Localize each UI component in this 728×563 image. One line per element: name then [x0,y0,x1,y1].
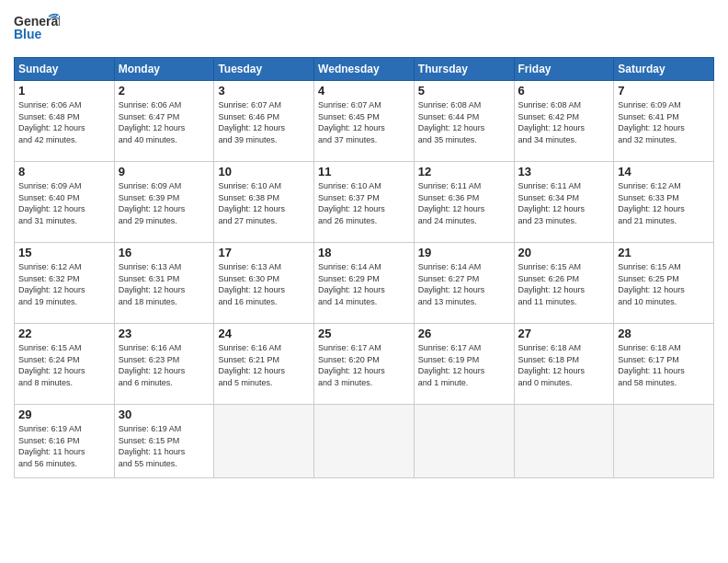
week-row-4: 22Sunrise: 6:15 AMSunset: 6:24 PMDayligh… [15,324,714,405]
weekday-header-saturday: Saturday [614,58,714,81]
calendar-cell: 21Sunrise: 6:15 AMSunset: 6:25 PMDayligh… [614,243,714,324]
day-info: Sunrise: 6:18 AMSunset: 6:18 PMDaylight:… [518,342,610,388]
day-info: Sunrise: 6:09 AMSunset: 6:40 PMDaylight:… [18,180,110,226]
day-number: 29 [18,408,110,421]
day-number: 18 [318,246,410,259]
day-number: 15 [18,246,110,259]
weekday-header-sunday: Sunday [15,58,115,81]
day-number: 7 [618,84,710,98]
day-info: Sunrise: 6:08 AMSunset: 6:42 PMDaylight:… [518,99,610,145]
day-info: Sunrise: 6:13 AMSunset: 6:30 PMDaylight:… [218,261,310,307]
day-number: 26 [418,327,510,340]
calendar-cell: 10Sunrise: 6:10 AMSunset: 6:38 PMDayligh… [214,162,314,243]
day-info: Sunrise: 6:17 AMSunset: 6:19 PMDaylight:… [418,342,510,388]
weekday-header-tuesday: Tuesday [214,58,314,81]
calendar-cell: 27Sunrise: 6:18 AMSunset: 6:18 PMDayligh… [514,324,614,405]
logo-icon: General Blue [14,9,60,50]
calendar-cell: 7Sunrise: 6:09 AMSunset: 6:41 PMDaylight… [614,81,714,162]
calendar-cell: 16Sunrise: 6:13 AMSunset: 6:31 PMDayligh… [114,243,214,324]
day-number: 11 [318,165,410,178]
day-info: Sunrise: 6:15 AMSunset: 6:25 PMDaylight:… [618,261,710,307]
day-info: Sunrise: 6:06 AMSunset: 6:48 PMDaylight:… [18,99,110,145]
calendar-cell: 6Sunrise: 6:08 AMSunset: 6:42 PMDaylight… [514,81,614,162]
calendar-cell: 26Sunrise: 6:17 AMSunset: 6:19 PMDayligh… [414,324,514,405]
day-number: 12 [418,165,510,178]
weekday-header-wednesday: Wednesday [314,58,415,81]
day-number: 8 [18,165,110,178]
day-info: Sunrise: 6:15 AMSunset: 6:26 PMDaylight:… [518,261,610,307]
calendar-cell [314,405,415,478]
week-row-1: 1Sunrise: 6:06 AMSunset: 6:48 PMDaylight… [15,81,714,162]
calendar-cell: 24Sunrise: 6:16 AMSunset: 6:21 PMDayligh… [214,324,314,405]
calendar-cell: 11Sunrise: 6:10 AMSunset: 6:37 PMDayligh… [314,162,415,243]
day-info: Sunrise: 6:11 AMSunset: 6:34 PMDaylight:… [518,180,610,226]
day-number: 4 [318,84,410,98]
day-info: Sunrise: 6:07 AMSunset: 6:45 PMDaylight:… [318,99,410,145]
day-info: Sunrise: 6:10 AMSunset: 6:37 PMDaylight:… [318,180,410,226]
day-number: 25 [318,327,410,340]
day-number: 30 [119,408,210,421]
day-number: 9 [119,165,210,178]
day-info: Sunrise: 6:12 AMSunset: 6:33 PMDaylight:… [618,180,710,226]
day-number: 10 [218,165,310,178]
day-number: 16 [119,246,210,259]
day-info: Sunrise: 6:06 AMSunset: 6:47 PMDaylight:… [119,99,210,145]
calendar-cell: 29Sunrise: 6:19 AMSunset: 6:16 PMDayligh… [15,405,115,478]
day-number: 21 [618,246,710,259]
calendar-cell: 18Sunrise: 6:14 AMSunset: 6:29 PMDayligh… [314,243,415,324]
day-info: Sunrise: 6:19 AMSunset: 6:15 PMDaylight:… [119,423,210,469]
day-number: 6 [518,84,610,98]
week-row-3: 15Sunrise: 6:12 AMSunset: 6:32 PMDayligh… [15,243,714,324]
weekday-header-monday: Monday [114,58,214,81]
calendar-cell: 4Sunrise: 6:07 AMSunset: 6:45 PMDaylight… [314,81,415,162]
logo: General Blue [14,9,60,50]
day-number: 20 [518,246,610,259]
day-number: 23 [119,327,210,340]
day-info: Sunrise: 6:15 AMSunset: 6:24 PMDaylight:… [18,342,110,388]
calendar-cell: 2Sunrise: 6:06 AMSunset: 6:47 PMDaylight… [114,81,214,162]
calendar-table: SundayMondayTuesdayWednesdayThursdayFrid… [14,57,714,478]
day-info: Sunrise: 6:16 AMSunset: 6:23 PMDaylight:… [119,342,210,388]
calendar-cell [514,405,614,478]
calendar-cell: 23Sunrise: 6:16 AMSunset: 6:23 PMDayligh… [114,324,214,405]
day-info: Sunrise: 6:12 AMSunset: 6:32 PMDaylight:… [18,261,110,307]
weekday-header-thursday: Thursday [414,58,514,81]
day-number: 5 [418,84,510,98]
calendar-cell [214,405,314,478]
day-info: Sunrise: 6:11 AMSunset: 6:36 PMDaylight:… [418,180,510,226]
day-number: 27 [518,327,610,340]
day-info: Sunrise: 6:07 AMSunset: 6:46 PMDaylight:… [218,99,310,145]
calendar-cell: 3Sunrise: 6:07 AMSunset: 6:46 PMDaylight… [214,81,314,162]
day-info: Sunrise: 6:14 AMSunset: 6:29 PMDaylight:… [318,261,410,307]
calendar-cell: 17Sunrise: 6:13 AMSunset: 6:30 PMDayligh… [214,243,314,324]
calendar-cell [614,405,714,478]
day-number: 22 [18,327,110,340]
calendar-cell: 22Sunrise: 6:15 AMSunset: 6:24 PMDayligh… [15,324,115,405]
day-info: Sunrise: 6:17 AMSunset: 6:20 PMDaylight:… [318,342,410,388]
calendar-cell: 15Sunrise: 6:12 AMSunset: 6:32 PMDayligh… [15,243,115,324]
calendar-cell: 8Sunrise: 6:09 AMSunset: 6:40 PMDaylight… [15,162,115,243]
calendar-cell: 25Sunrise: 6:17 AMSunset: 6:20 PMDayligh… [314,324,415,405]
weekday-header-friday: Friday [514,58,614,81]
svg-text:Blue: Blue [14,27,42,41]
calendar-cell: 14Sunrise: 6:12 AMSunset: 6:33 PMDayligh… [614,162,714,243]
day-number: 2 [119,84,210,98]
calendar-cell: 30Sunrise: 6:19 AMSunset: 6:15 PMDayligh… [114,405,214,478]
calendar-cell [414,405,514,478]
day-info: Sunrise: 6:08 AMSunset: 6:44 PMDaylight:… [418,99,510,145]
day-info: Sunrise: 6:18 AMSunset: 6:17 PMDaylight:… [618,342,710,388]
day-number: 14 [618,165,710,178]
calendar-cell: 28Sunrise: 6:18 AMSunset: 6:17 PMDayligh… [614,324,714,405]
day-info: Sunrise: 6:09 AMSunset: 6:41 PMDaylight:… [618,99,710,145]
calendar-cell: 13Sunrise: 6:11 AMSunset: 6:34 PMDayligh… [514,162,614,243]
weekday-header-row: SundayMondayTuesdayWednesdayThursdayFrid… [15,58,714,81]
header: General Blue [14,9,714,50]
page: General Blue SundayMondayTuesdayWednesda… [0,0,728,563]
day-number: 24 [218,327,310,340]
day-info: Sunrise: 6:14 AMSunset: 6:27 PMDaylight:… [418,261,510,307]
calendar-cell: 19Sunrise: 6:14 AMSunset: 6:27 PMDayligh… [414,243,514,324]
calendar-cell: 12Sunrise: 6:11 AMSunset: 6:36 PMDayligh… [414,162,514,243]
calendar-cell: 1Sunrise: 6:06 AMSunset: 6:48 PMDaylight… [15,81,115,162]
day-info: Sunrise: 6:19 AMSunset: 6:16 PMDaylight:… [18,423,110,469]
day-number: 1 [18,84,110,98]
